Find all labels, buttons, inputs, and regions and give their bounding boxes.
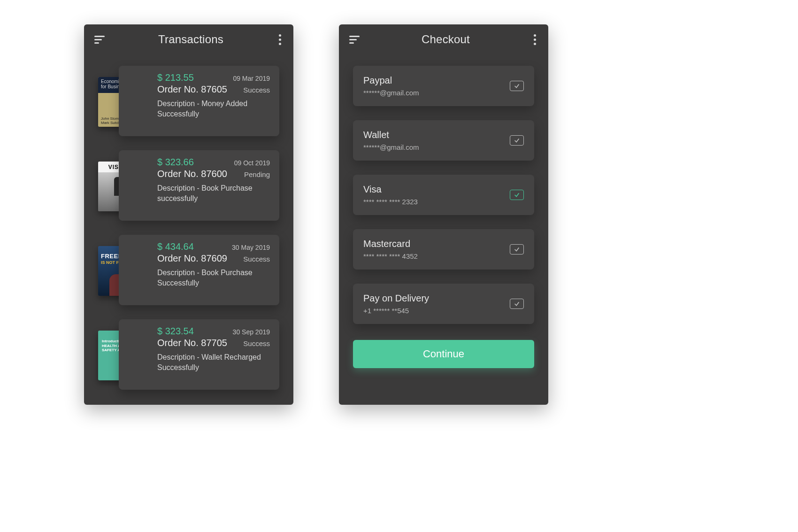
payment-detail: +1 ****** **545 <box>363 307 429 315</box>
transaction-order: Order No. 87605 <box>157 84 227 95</box>
payment-name: Wallet <box>363 130 419 140</box>
transaction-date: 09 Mar 2019 <box>233 75 270 82</box>
transaction-amount: $ 213.55 <box>157 72 194 83</box>
transaction-list: Economicsfor BusinessJohn SlomanMark Sut… <box>84 52 293 390</box>
payment-detail: ******@gmail.com <box>363 143 419 151</box>
payment-method-paypal[interactable]: Paypal ******@gmail.com <box>353 66 534 106</box>
check-icon[interactable] <box>510 190 524 200</box>
transaction-order: Order No. 87705 <box>157 338 227 348</box>
check-icon[interactable] <box>510 135 524 146</box>
payment-name: Mastercard <box>363 239 418 249</box>
transaction-status: Success <box>243 86 270 94</box>
more-icon[interactable] <box>532 32 538 47</box>
menu-icon[interactable] <box>94 36 105 44</box>
payment-method-list: Paypal ******@gmail.com Wallet ******@gm… <box>339 52 548 324</box>
transaction-description: Description - Book Purchase Successfully <box>157 268 270 289</box>
payment-method-visa[interactable]: Visa **** **** **** 2323 <box>353 175 534 215</box>
menu-icon[interactable] <box>349 36 360 44</box>
transaction-description: Description - Wallet Recharged Successfu… <box>157 352 270 373</box>
transaction-status: Pending <box>244 170 270 178</box>
payment-method-mastercard[interactable]: Mastercard **** **** **** 4352 <box>353 229 534 270</box>
check-icon[interactable] <box>510 244 524 254</box>
transaction-order: Order No. 87600 <box>157 169 227 179</box>
checkout-screen: Checkout Paypal ******@gmail.com Wallet … <box>339 24 548 405</box>
transaction-row[interactable]: $ 434.64 30 May 2019 Order No. 87609 Suc… <box>98 235 279 305</box>
page-title: Transactions <box>105 33 277 46</box>
transaction-status: Success <box>243 339 270 347</box>
payment-detail: **** **** **** 4352 <box>363 252 418 260</box>
transactions-screen: Transactions Economicsfor BusinessJohn S… <box>84 24 293 405</box>
page-title: Checkout <box>360 33 532 46</box>
check-icon[interactable] <box>510 299 524 309</box>
continue-button[interactable]: Continue <box>353 340 534 368</box>
transaction-row[interactable]: Introduction toHEALTH ANDSAFETY AT WORK … <box>98 319 279 390</box>
transaction-card: $ 213.55 09 Mar 2019 Order No. 87605 Suc… <box>119 66 279 136</box>
payment-name: Visa <box>363 184 418 195</box>
check-icon[interactable] <box>510 81 524 91</box>
topbar: Checkout <box>339 24 548 52</box>
transaction-date: 09 Oct 2019 <box>234 159 270 167</box>
transaction-status: Success <box>243 255 270 263</box>
more-icon[interactable] <box>277 32 283 47</box>
transaction-amount: $ 323.54 <box>157 326 194 337</box>
payment-method-pay-on-delivery[interactable]: Pay on Delivery +1 ****** **545 <box>353 284 534 324</box>
payment-detail: ******@gmail.com <box>363 89 419 97</box>
transaction-date: 30 May 2019 <box>232 244 270 251</box>
payment-method-wallet[interactable]: Wallet ******@gmail.com <box>353 120 534 161</box>
transaction-card: $ 434.64 30 May 2019 Order No. 87609 Suc… <box>119 235 279 305</box>
transaction-card: $ 323.54 30 Sep 2019 Order No. 87705 Suc… <box>119 319 279 390</box>
transaction-description: Description - Book Purchase successfully <box>157 183 270 204</box>
transaction-row[interactable]: Economicsfor BusinessJohn SlomanMark Sut… <box>98 66 279 136</box>
transaction-date: 30 Sep 2019 <box>233 328 270 336</box>
transaction-row[interactable]: VISION $ 323.66 09 Oct 2019 Order No. 87… <box>98 150 279 221</box>
payment-name: Pay on Delivery <box>363 293 429 304</box>
transaction-amount: $ 434.64 <box>157 241 194 252</box>
transaction-order: Order No. 87609 <box>157 253 227 264</box>
transaction-amount: $ 323.66 <box>157 157 194 168</box>
payment-name: Paypal <box>363 75 419 86</box>
transaction-card: $ 323.66 09 Oct 2019 Order No. 87600 Pen… <box>119 150 279 221</box>
transaction-description: Description - Money Added Successfully <box>157 99 270 120</box>
payment-detail: **** **** **** 2323 <box>363 198 418 206</box>
topbar: Transactions <box>84 24 293 52</box>
